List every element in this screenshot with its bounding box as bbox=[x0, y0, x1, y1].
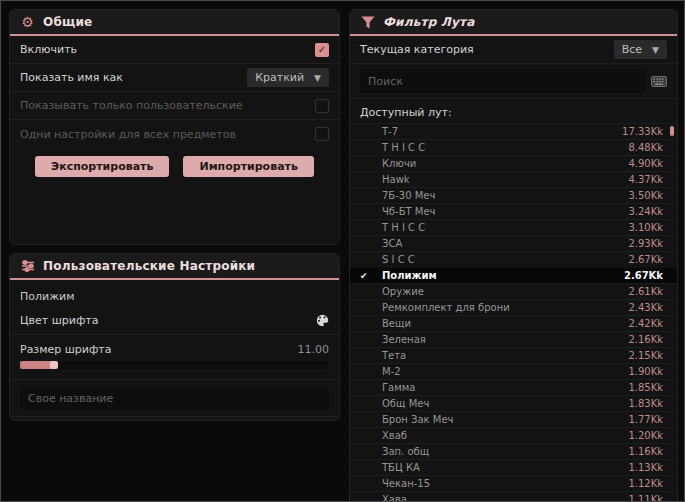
loot-list-item[interactable]: ✔ Hawk 4.37Kk bbox=[350, 171, 677, 187]
loot-list-item[interactable]: ✔ М-2 1.90Kk bbox=[350, 363, 677, 379]
selected-item-name: Полижим bbox=[10, 280, 339, 307]
loot-item-value: 4.90Kk bbox=[628, 158, 663, 169]
loot-list-item[interactable]: ✔ Полижим 2.67Kk bbox=[350, 267, 677, 283]
loot-item-name: Гамма bbox=[374, 382, 628, 393]
mod-settings-overlay: { "theme": { "accent_pink": "#d98f8f", "… bbox=[0, 0, 685, 502]
loot-item-value: 2.15Kk bbox=[628, 350, 663, 361]
same-settings-row: Одни настройки для всех предметов ✓ bbox=[10, 120, 339, 148]
chevron-down-icon: ▼ bbox=[314, 73, 321, 83]
custom-settings-title: Пользовательские Настройки bbox=[43, 259, 255, 273]
loot-item-value: 2.67Kk bbox=[624, 270, 663, 281]
loot-list-item[interactable]: ✔ Общ Меч 1.83Kk bbox=[350, 395, 677, 411]
loot-item-value: 3.50Kk bbox=[628, 190, 663, 201]
loot-list-item[interactable]: ✔ 7Б-30 Меч 3.50Kk bbox=[350, 187, 677, 203]
loot-item-value: 1.85Kk bbox=[628, 382, 663, 393]
loot-list-item[interactable]: ✔ Оружие 2.61Kk bbox=[350, 283, 677, 299]
loot-item-name: М-2 bbox=[374, 366, 628, 377]
loot-item-name: T H I C C bbox=[374, 222, 628, 233]
loot-filter-header: Фильтр Лута bbox=[350, 10, 677, 36]
font-size-label: Размер шрифта bbox=[20, 343, 112, 356]
loot-list-item[interactable]: ✔ Брон Зак Меч 1.77Kk bbox=[350, 411, 677, 427]
loot-item-value: 1.16Kk bbox=[628, 446, 663, 457]
sliders-icon bbox=[20, 259, 35, 274]
loot-item-name: Брон Зак Меч bbox=[374, 414, 628, 425]
loot-list-item[interactable]: ✔ Вещи 2.42Kk bbox=[350, 315, 677, 331]
loot-item-name: Чекан-15 bbox=[374, 478, 628, 489]
gear-icon: ⚙ bbox=[20, 15, 35, 30]
loot-item-name: Полижим bbox=[374, 270, 624, 281]
loot-item-value: 1.90Kk bbox=[628, 366, 663, 377]
loot-item-value: 2.93Kk bbox=[628, 238, 663, 249]
import-button[interactable]: Импортировать bbox=[183, 156, 313, 177]
loot-item-name: T H I C C bbox=[374, 142, 628, 153]
loot-item-name: S I C C bbox=[374, 254, 628, 265]
enable-checkbox[interactable]: ✓ bbox=[315, 43, 329, 57]
only-custom-row: Показывать только пользовательские ✓ bbox=[10, 92, 339, 120]
font-size-slider[interactable] bbox=[20, 361, 329, 369]
loot-item-value: 2.61Kk bbox=[628, 286, 663, 297]
category-dropdown[interactable]: Все ▼ bbox=[614, 40, 667, 59]
font-size-slider-fill bbox=[20, 361, 54, 369]
font-size-value: 11.00 bbox=[298, 343, 330, 356]
category-dropdown-value: Все bbox=[622, 43, 642, 56]
font-color-row: Цвет шрифта bbox=[10, 307, 339, 335]
loot-list-item[interactable]: ✔ Зап. общ 1.16Kk bbox=[350, 443, 677, 459]
loot-item-value: 2.67Kk bbox=[628, 254, 663, 265]
loot-list-item[interactable]: ✔ Гамма 1.85Kk bbox=[350, 379, 677, 395]
custom-settings-header: Пользовательские Настройки bbox=[10, 254, 339, 280]
general-panel-title: Общие bbox=[43, 15, 92, 29]
search-row bbox=[350, 64, 677, 99]
category-row: Текущая категория Все ▼ bbox=[350, 36, 677, 64]
font-color-label: Цвет шрифта bbox=[20, 314, 98, 327]
only-custom-label: Показывать только пользовательские bbox=[20, 99, 243, 112]
loot-list-item[interactable]: ✔ Ключи 4.90Kk bbox=[350, 155, 677, 171]
loot-list-item[interactable]: ✔ Хваб 1.20Kk bbox=[350, 427, 677, 443]
loot-list-item[interactable]: ✔ Хава 1.11Kk bbox=[350, 491, 677, 502]
loot-list-item[interactable]: ✔ Т-7 17.33Kk bbox=[350, 123, 677, 139]
export-button[interactable]: Экспортировать bbox=[35, 156, 169, 177]
same-settings-checkbox[interactable]: ✓ bbox=[315, 127, 329, 141]
loot-item-name: Т-7 bbox=[374, 126, 622, 137]
font-size-slider-handle[interactable] bbox=[50, 361, 58, 369]
category-label: Текущая категория bbox=[360, 43, 474, 56]
delete-row: Удалить bbox=[10, 417, 339, 421]
only-custom-checkbox[interactable]: ✓ bbox=[315, 99, 329, 113]
loot-list-item[interactable]: ✔ Зеленая 2.16Kk bbox=[350, 331, 677, 347]
loot-list-item[interactable]: ✔ ЗСА 2.93Kk bbox=[350, 235, 677, 251]
chevron-down-icon: ▼ bbox=[652, 45, 659, 55]
loot-item-name: Зеленая bbox=[374, 334, 628, 345]
loot-list-item[interactable]: ✔ Чекан-15 1.12Kk bbox=[350, 475, 677, 491]
search-input[interactable] bbox=[360, 69, 645, 93]
loot-list-item[interactable]: ✔ S I C C 2.67Kk bbox=[350, 251, 677, 267]
palette-icon[interactable] bbox=[316, 314, 329, 327]
loot-list-item[interactable]: ✔ Чб-БТ Меч 3.24Kk bbox=[350, 203, 677, 219]
loot-item-name: Ключи bbox=[374, 158, 628, 169]
loot-item-value: 3.24Kk bbox=[628, 206, 663, 217]
scrollbar-thumb[interactable] bbox=[670, 126, 674, 136]
loot-item-value: 1.77Kk bbox=[628, 414, 663, 425]
loot-list-item[interactable]: ✔ ТБЦ КА 1.13Kk bbox=[350, 459, 677, 475]
loot-item-value: 2.16Kk bbox=[628, 334, 663, 345]
loot-item-value: 4.37Kk bbox=[628, 174, 663, 185]
custom-name-input[interactable] bbox=[20, 386, 329, 410]
loot-item-name: Зап. общ bbox=[374, 446, 628, 457]
loot-list-item[interactable]: ✔ T H I C C 8.48Kk bbox=[350, 139, 677, 155]
show-name-dropdown[interactable]: Краткий ▼ bbox=[247, 68, 329, 87]
loot-item-name: Оружие bbox=[374, 286, 628, 297]
loot-item-name: Ремкомплект для брони bbox=[374, 302, 628, 313]
loot-item-name: Чб-БТ Меч bbox=[374, 206, 628, 217]
font-size-row: Размер шрифта 11.00 bbox=[10, 335, 339, 380]
keyboard-icon[interactable] bbox=[651, 76, 667, 87]
enable-row: Включить ✓ bbox=[10, 36, 339, 64]
loot-item-value: 1.13Kk bbox=[628, 462, 663, 473]
loot-item-value: 2.42Kk bbox=[628, 318, 663, 329]
loot-filter-panel: Фильтр Лута Текущая категория Все ▼ bbox=[349, 9, 678, 502]
loot-item-value: 3.10Kk bbox=[628, 222, 663, 233]
loot-item-name: Тета bbox=[374, 350, 628, 361]
loot-list-item[interactable]: ✔ Ремкомплект для брони 2.43Kk bbox=[350, 299, 677, 315]
funnel-icon bbox=[360, 15, 375, 30]
loot-list-item[interactable]: ✔ Тета 2.15Kk bbox=[350, 347, 677, 363]
loot-list-item[interactable]: ✔ T H I C C 3.10Kk bbox=[350, 219, 677, 235]
loot-item-name: 7Б-30 Меч bbox=[374, 190, 628, 201]
loot-item-name: Общ Меч bbox=[374, 398, 628, 409]
